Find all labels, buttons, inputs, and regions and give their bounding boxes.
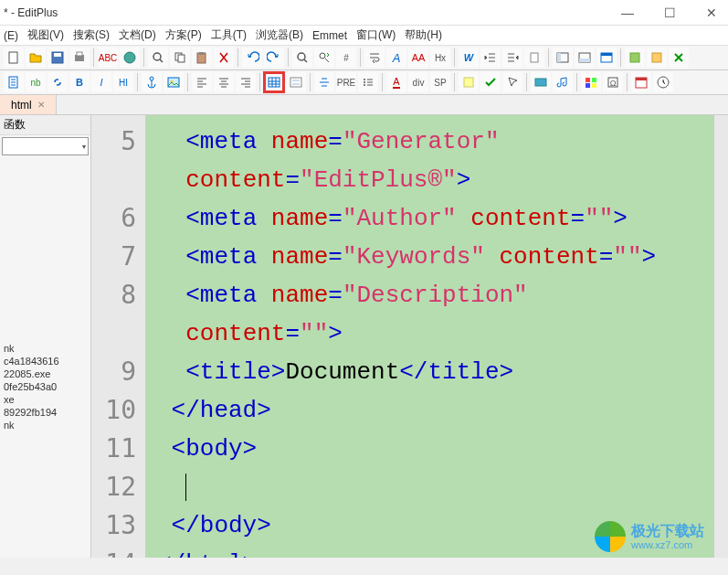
menu-tools[interactable]: 工具(T) <box>211 27 247 43</box>
font-size-button[interactable]: AA <box>408 48 428 68</box>
new-file-button[interactable] <box>4 48 24 68</box>
center-tag-button[interactable] <box>314 72 334 92</box>
file-item[interactable]: 89292fb194 <box>0 406 90 419</box>
svg-rect-0 <box>9 52 17 63</box>
replace-button[interactable] <box>314 48 334 68</box>
menu-edit[interactable]: (E) <box>4 29 18 42</box>
main-area: 函数 ▾ nk c4a1843616 22085.exe 0fe25b43a0 … <box>0 115 728 558</box>
media-button[interactable] <box>531 72 551 92</box>
save-button[interactable] <box>47 48 68 68</box>
sidebar-combo[interactable]: ▾ <box>2 137 89 155</box>
list-button[interactable] <box>358 72 378 92</box>
cursor-button[interactable] <box>502 72 522 92</box>
file-item[interactable]: 0fe25b43a0 <box>0 380 90 393</box>
paste-button[interactable] <box>192 48 212 68</box>
toggle-panel-button[interactable] <box>553 48 573 68</box>
tab-close-icon[interactable]: ✕ <box>37 100 45 110</box>
nb-button[interactable]: nb <box>26 72 46 92</box>
svg-point-6 <box>153 53 161 60</box>
file-item[interactable]: c4a1843616 <box>0 355 90 367</box>
link-button[interactable] <box>47 72 68 92</box>
goto-line-button[interactable]: # <box>336 48 356 68</box>
undo-button[interactable] <box>242 48 262 68</box>
settings-button[interactable] <box>669 48 689 68</box>
color-picker-button[interactable] <box>581 72 601 92</box>
svg-rect-44 <box>636 78 647 80</box>
word-button[interactable]: W <box>459 48 479 68</box>
menu-view[interactable]: 视图(V) <box>27 27 64 43</box>
svg-rect-2 <box>54 53 61 57</box>
code-content[interactable]: <meta name="Generator" content="EditPlus… <box>146 115 713 558</box>
cut-button[interactable] <box>214 48 234 68</box>
hex-button[interactable]: Hx <box>430 48 450 68</box>
watermark-url: www.xz7.com <box>631 539 704 550</box>
close-window-button[interactable]: ✕ <box>699 5 724 20</box>
print-button[interactable] <box>69 48 90 68</box>
italic-button[interactable]: I <box>91 72 111 92</box>
svg-rect-39 <box>586 83 590 88</box>
align-left-button[interactable] <box>192 72 212 92</box>
svg-rect-37 <box>586 78 590 82</box>
vertical-scrollbar[interactable] <box>713 115 728 558</box>
file-item[interactable]: nk <box>0 342 90 355</box>
search-button[interactable] <box>292 48 312 68</box>
tool1-button[interactable] <box>625 48 645 68</box>
menu-help[interactable]: 帮助(H) <box>405 27 442 43</box>
script-button[interactable] <box>459 72 479 92</box>
pre-button[interactable]: PRE <box>336 72 356 92</box>
svg-rect-29 <box>290 78 301 87</box>
span-button[interactable]: SP <box>430 72 450 92</box>
tab-html[interactable]: html ✕ <box>0 95 57 114</box>
svg-rect-26 <box>168 78 179 87</box>
div-button[interactable]: div <box>408 72 428 92</box>
menu-project[interactable]: 方案(P) <box>165 27 202 43</box>
menu-emmet[interactable]: Emmet <box>312 29 347 42</box>
align-center-button[interactable] <box>214 72 234 92</box>
minimize-button[interactable]: — <box>615 5 640 20</box>
menu-search[interactable]: 搜索(S) <box>73 27 110 43</box>
maximize-button[interactable]: ☐ <box>657 5 682 20</box>
font-color-button[interactable]: A <box>386 72 406 92</box>
browser-button[interactable] <box>596 48 617 68</box>
menu-document[interactable]: 文档(D) <box>119 27 156 43</box>
html-page-button[interactable] <box>4 72 24 92</box>
spellcheck-button[interactable]: ABC <box>98 48 118 68</box>
watermark-logo-icon <box>595 521 626 552</box>
clipboard-button[interactable] <box>524 48 544 68</box>
svg-rect-9 <box>178 55 185 62</box>
align-right-button[interactable] <box>236 72 256 92</box>
chevron-down-icon: ▾ <box>82 143 86 151</box>
file-item[interactable]: nk <box>0 419 90 431</box>
font-button[interactable]: A <box>386 48 406 68</box>
find-button[interactable] <box>148 48 168 68</box>
image-button[interactable] <box>164 72 184 92</box>
redo-button[interactable] <box>264 48 284 68</box>
file-item[interactable]: xe <box>0 393 90 406</box>
svg-point-32 <box>364 79 365 80</box>
audio-button[interactable] <box>553 72 573 92</box>
toggle-output-button[interactable] <box>575 48 595 68</box>
form-button[interactable] <box>286 72 306 92</box>
code-editor[interactable]: 567891011121314 <meta name="Generator" c… <box>91 115 713 558</box>
check-button[interactable] <box>480 72 501 92</box>
file-item[interactable]: 22085.exe <box>0 367 90 380</box>
toolbar-main: ABC # A AA Hx W <box>0 46 728 70</box>
svg-rect-31 <box>292 83 300 85</box>
browser-preview-button[interactable] <box>120 48 140 68</box>
menu-browser[interactable]: 浏览器(B) <box>256 27 303 43</box>
date-button[interactable] <box>631 72 651 92</box>
open-file-button[interactable] <box>26 48 46 68</box>
svg-rect-35 <box>464 78 473 87</box>
tool2-button[interactable] <box>647 48 667 68</box>
indent-right-button[interactable] <box>502 48 522 68</box>
heading-button[interactable]: HI <box>113 72 133 92</box>
menu-window[interactable]: 窗口(W) <box>356 27 396 43</box>
wordwrap-button[interactable] <box>364 48 385 68</box>
time-button[interactable] <box>653 72 673 92</box>
indent-left-button[interactable] <box>480 48 501 68</box>
table-button[interactable] <box>264 72 284 92</box>
char-button[interactable]: Ω <box>603 72 623 92</box>
bold-button[interactable]: B <box>69 72 90 92</box>
copy-button[interactable] <box>170 48 190 68</box>
anchor-button[interactable] <box>142 72 162 92</box>
